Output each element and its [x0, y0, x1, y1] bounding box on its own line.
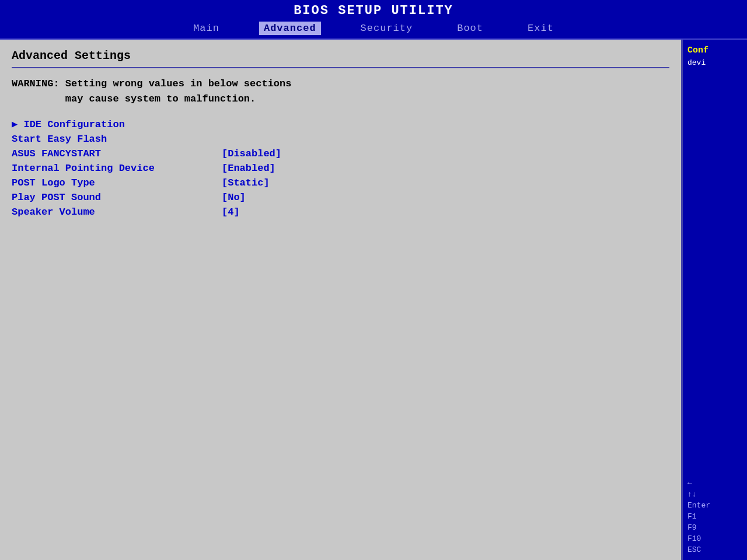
nav-item-security[interactable]: Security — [356, 22, 418, 35]
menu-value-post-logo: [Static] — [222, 177, 270, 188]
f10-label: F10 — [687, 534, 701, 543]
key-help-f10: F10 — [687, 534, 742, 543]
menu-label-fancystart[interactable]: ASUS FANCYSTART — [12, 148, 222, 159]
warning-text: WARNING: Setting wrong values in below s… — [12, 76, 669, 106]
menu-items: IDE Configuration Start Easy Flash ASUS … — [12, 118, 669, 218]
menu-value-play-post-sound: [No] — [222, 192, 246, 203]
menu-row-easy-flash[interactable]: Start Easy Flash — [12, 134, 669, 145]
nav-item-advanced[interactable]: Advanced — [259, 22, 321, 35]
menu-value-speaker-volume: [4] — [222, 206, 240, 218]
menu-label-ide[interactable]: IDE Configuration — [12, 118, 222, 130]
key-help-f1: F1 — [687, 512, 742, 521]
menu-label-post-logo[interactable]: POST Logo Type — [12, 177, 222, 188]
section-title: Advanced Settings — [12, 49, 669, 62]
bios-screen: BIOS SETUP UTILITY MainAdvancedSecurityB… — [0, 0, 747, 560]
bios-title: BIOS SETUP UTILITY — [0, 4, 747, 18]
menu-row-post-logo[interactable]: POST Logo Type [Static] — [12, 177, 669, 188]
menu-value-internal-pointing: [Enabled] — [222, 163, 275, 174]
main-content: Advanced Settings WARNING: Setting wrong… — [0, 40, 747, 560]
key-help-esc: ESC — [687, 545, 742, 554]
nav-bar: MainAdvancedSecurityBootExit — [0, 20, 747, 36]
menu-value-fancystart: [Disabled] — [222, 148, 281, 159]
nav-item-main[interactable]: Main — [189, 22, 224, 35]
menu-row-play-post-sound[interactable]: Play POST Sound [No] — [12, 192, 669, 203]
f1-label: F1 — [687, 512, 697, 521]
menu-label-speaker-volume[interactable]: Speaker Volume — [12, 206, 222, 218]
enter-label: Enter — [687, 501, 710, 510]
right-panel-description: devi — [687, 58, 742, 479]
right-panel-title: Conf — [687, 46, 742, 55]
menu-label-play-post-sound[interactable]: Play POST Sound — [12, 192, 222, 203]
bios-header: BIOS SETUP UTILITY MainAdvancedSecurityB… — [0, 0, 747, 40]
menu-row-ide[interactable]: IDE Configuration — [12, 118, 669, 130]
key-help-f9: F9 — [687, 523, 742, 532]
esc-label: ESC — [687, 545, 701, 554]
nav-item-boot[interactable]: Boot — [452, 22, 488, 35]
nav-item-exit[interactable]: Exit — [523, 22, 558, 35]
key-help-updown: ↑↓ — [687, 490, 742, 499]
key-help-left: ← — [687, 479, 742, 488]
menu-label-easy-flash[interactable]: Start Easy Flash — [12, 134, 222, 145]
updown-icon: ↑↓ — [687, 490, 697, 499]
f9-label: F9 — [687, 523, 697, 532]
right-panel: Conf devi ← ↑↓ Enter F1 F9 — [683, 40, 747, 560]
section-divider — [12, 67, 669, 68]
left-arrow-icon: ← — [687, 479, 692, 488]
menu-row-fancystart[interactable]: ASUS FANCYSTART [Disabled] — [12, 148, 669, 159]
menu-label-internal-pointing[interactable]: Internal Pointing Device — [12, 163, 222, 174]
key-help-enter: Enter — [687, 501, 742, 510]
left-panel: Advanced Settings WARNING: Setting wrong… — [0, 40, 683, 560]
menu-row-internal-pointing[interactable]: Internal Pointing Device [Enabled] — [12, 163, 669, 174]
menu-row-speaker-volume[interactable]: Speaker Volume [4] — [12, 206, 669, 218]
key-help: ← ↑↓ Enter F1 F9 F10 ESC — [687, 479, 742, 554]
